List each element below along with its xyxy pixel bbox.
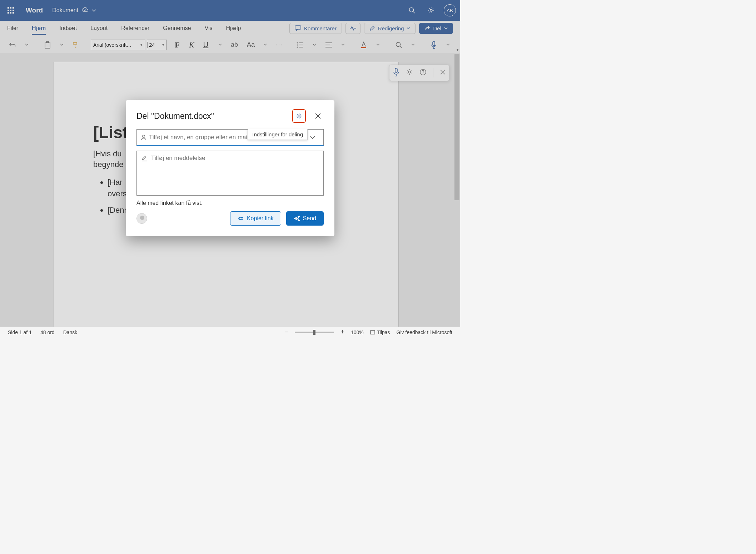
compose-icon: [141, 155, 148, 162]
zoom-in-button[interactable]: +: [340, 328, 344, 336]
sharing-settings-button[interactable]: [292, 109, 306, 123]
copy-link-button[interactable]: Kopiér link: [230, 211, 281, 226]
fit-button[interactable]: Tilpas: [370, 329, 390, 335]
send-button[interactable]: Send: [286, 211, 324, 226]
owner-avatar: [136, 213, 147, 224]
zoom-out-button[interactable]: −: [285, 328, 289, 336]
svg-point-24: [143, 135, 145, 137]
message-box: [136, 151, 324, 196]
message-input[interactable]: [151, 155, 319, 192]
recipient-field-row: Indstillinger for deling: [136, 129, 324, 146]
status-bar: Side 1 af 1 48 ord Dansk − + 100% Tilpas…: [0, 327, 460, 337]
close-modal-button[interactable]: [312, 110, 324, 122]
language-indicator[interactable]: Dansk: [63, 329, 78, 335]
share-modal: Del "Dokument.docx" Indstillinger for de…: [126, 100, 334, 236]
fit-icon: [370, 330, 375, 335]
page-indicator[interactable]: Side 1 af 1: [8, 329, 32, 335]
person-icon: [140, 134, 147, 141]
send-label: Send: [303, 215, 316, 222]
word-count[interactable]: 48 ord: [40, 329, 55, 335]
zoom-slider[interactable]: [295, 332, 334, 333]
send-icon: [294, 216, 300, 221]
modal-title: Del "Dokument.docx": [136, 111, 292, 121]
feedback-link[interactable]: Giv feedback til Microsoft: [397, 329, 452, 335]
gear-icon: [295, 112, 303, 120]
close-icon: [315, 113, 321, 119]
permission-chevron-down-icon[interactable]: [305, 134, 320, 141]
svg-rect-25: [370, 331, 375, 334]
permission-text: Alle med linket kan få vist.: [136, 200, 324, 206]
settings-tooltip: Indstillinger for deling: [248, 129, 308, 140]
link-icon: [238, 216, 244, 221]
copy-link-label: Kopiér link: [247, 215, 274, 222]
zoom-level[interactable]: 100%: [351, 329, 364, 335]
zoom-slider-thumb[interactable]: [313, 330, 315, 335]
svg-point-23: [298, 115, 300, 117]
